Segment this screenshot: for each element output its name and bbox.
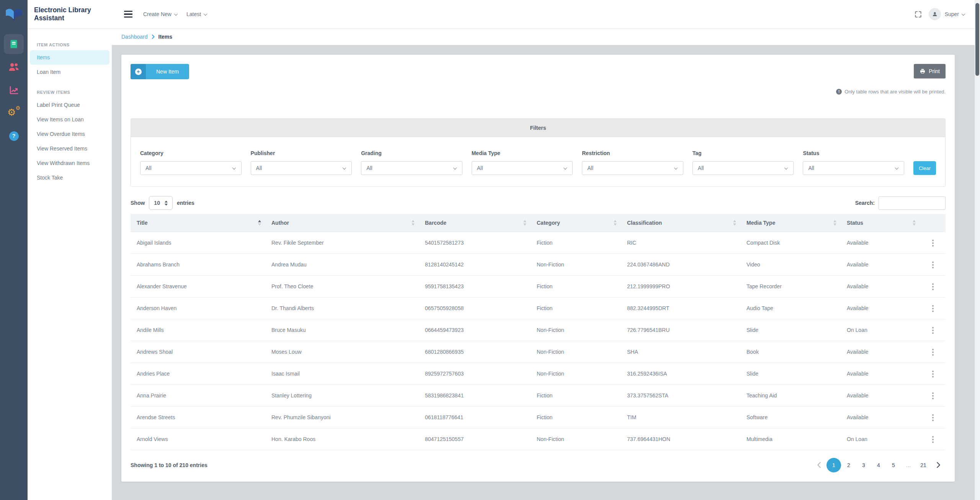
cell-author: Bruce Masuku — [265, 319, 419, 341]
page-2-button[interactable]: 2 — [841, 458, 856, 472]
row-actions-button[interactable] — [928, 259, 938, 271]
spinner-arrows-icon — [165, 201, 168, 206]
content-card: + New Item Print ! Only table rows that … — [121, 55, 955, 482]
filter-select-restriction[interactable]: All — [582, 161, 683, 175]
cell-category: Non-Fiction — [531, 363, 621, 384]
column-header-title[interactable]: Title — [131, 214, 265, 232]
sidebar-item-loan-item[interactable]: Loan Item — [30, 65, 109, 79]
cell-actions — [920, 319, 946, 341]
row-actions-button[interactable] — [928, 303, 938, 314]
page-3-button[interactable]: 3 — [856, 458, 871, 472]
sidebar-item-view-withdrawn-items[interactable]: View Withdrawn Items — [30, 156, 109, 170]
avatar[interactable] — [929, 8, 941, 20]
column-header-author[interactable]: Author — [265, 214, 419, 232]
column-header-media-type[interactable]: Media Type — [740, 214, 841, 232]
row-actions-button[interactable] — [928, 434, 938, 445]
filter-select-category[interactable]: All — [140, 161, 242, 175]
row-actions-button[interactable] — [928, 412, 938, 423]
table-row: Abrahams BranchAndrea Mudau8128140245142… — [131, 253, 946, 275]
cell-barcode: 0657505928058 — [419, 297, 531, 319]
breadcrumb-dashboard-link[interactable]: Dashboard — [121, 34, 148, 40]
filter-label: Status — [803, 150, 904, 156]
filter-select-tag[interactable]: All — [693, 161, 794, 175]
sidebar-item-view-items-on-loan[interactable]: View Items on Loan — [30, 112, 109, 127]
column-header-classification[interactable]: Classification — [621, 214, 740, 232]
sort-icons — [412, 220, 415, 225]
sort-desc-icon — [258, 223, 261, 225]
page-size-value: 10 — [154, 200, 160, 206]
search-input[interactable] — [879, 196, 946, 210]
page-scrollbar[interactable] — [975, 0, 980, 500]
print-label: Print — [929, 68, 940, 74]
rail-items-button[interactable] — [4, 34, 24, 54]
cell-status: On Loan — [841, 428, 920, 450]
column-label: Media Type — [746, 220, 775, 226]
sidebar-item-label-print-queue[interactable]: Label Print Queue — [30, 98, 109, 112]
sidebar-item-view-reserved-items[interactable]: View Reserved Items — [30, 141, 109, 156]
filter-field-media-type: Media TypeAll — [472, 150, 573, 175]
main-area: Dashboard Items + New Item Print ! O — [112, 29, 980, 500]
icon-rail: ⚙⚙ ? — [0, 0, 28, 500]
sidebar-item-view-overdue-items[interactable]: View Overdue Items — [30, 127, 109, 141]
sort-desc-icon — [614, 223, 617, 225]
chart-icon — [9, 85, 19, 95]
cell-classification: 737.6964431HON — [621, 428, 740, 450]
sidebar-menu: ITEM ACTIONSItemsLoan ItemREVIEW ITEMSLa… — [28, 29, 112, 500]
print-button[interactable]: Print — [914, 64, 946, 78]
sort-desc-icon — [833, 223, 836, 225]
cell-actions — [920, 406, 946, 428]
cell-status: Available — [841, 275, 920, 297]
page-5-button[interactable]: 5 — [886, 458, 901, 472]
table-controls: Show 10 entries Search: — [131, 196, 946, 210]
row-actions-button[interactable] — [928, 390, 938, 402]
row-actions-button[interactable] — [928, 237, 938, 249]
cell-status: Available — [841, 341, 920, 363]
rail-settings-button[interactable]: ⚙⚙ — [4, 103, 24, 123]
create-new-menu[interactable]: Create New — [143, 11, 177, 17]
rail-help-button[interactable]: ? — [4, 126, 24, 146]
prev-page-button[interactable] — [812, 458, 826, 472]
page-1-button[interactable]: 1 — [826, 458, 841, 472]
row-actions-button[interactable] — [928, 281, 938, 292]
sidebar-item-stock-take[interactable]: Stock Take — [30, 170, 109, 185]
sidebar-item-items[interactable]: Items — [30, 50, 109, 65]
column-header-status[interactable]: Status — [841, 214, 920, 232]
filter-label: Restriction — [582, 150, 683, 156]
filter-select-media-type[interactable]: All — [472, 161, 573, 175]
app-logo[interactable] — [5, 0, 23, 29]
filter-select-status[interactable]: All — [803, 161, 904, 175]
clear-filters-button[interactable]: Clear — [913, 161, 936, 175]
cell-author: Andrea Mudau — [265, 253, 419, 275]
rail-reports-button[interactable] — [4, 80, 24, 100]
column-header-barcode[interactable]: Barcode — [419, 214, 531, 232]
row-actions-button[interactable] — [928, 325, 938, 336]
row-actions-button[interactable] — [928, 346, 938, 358]
print-note: ! Only table rows that are visible will … — [131, 89, 946, 95]
row-actions-button[interactable] — [928, 368, 938, 380]
page-4-button[interactable]: 4 — [871, 458, 886, 472]
cell-actions — [920, 275, 946, 297]
cell-barcode: 0664459473923 — [419, 319, 531, 341]
cell-actions — [920, 428, 946, 450]
filter-field-status: StatusAll — [803, 150, 904, 175]
table-row: Andrews ShoalMoses Louw6801280866935Non-… — [131, 341, 946, 363]
filter-select-grading[interactable]: All — [361, 161, 462, 175]
cell-title: Arendse Streets — [131, 406, 265, 428]
cell-status: Available — [841, 406, 920, 428]
new-item-button[interactable]: + New Item — [131, 64, 189, 79]
next-page-button[interactable] — [931, 458, 946, 472]
filter-field-category: CategoryAll — [140, 150, 242, 175]
filter-select-publisher[interactable]: All — [251, 161, 352, 175]
page-21-button[interactable]: 21 — [916, 458, 931, 472]
page-size-select[interactable]: 10 — [149, 196, 173, 210]
user-menu[interactable]: Super — [945, 11, 965, 17]
chevron-down-icon — [343, 166, 346, 170]
fullscreen-button[interactable] — [913, 9, 923, 20]
rail-members-button[interactable] — [4, 57, 24, 77]
menu-toggle-button[interactable] — [122, 9, 134, 20]
cell-status: On Loan — [841, 319, 920, 341]
column-header-category[interactable]: Category — [531, 214, 621, 232]
latest-menu[interactable]: Latest — [186, 11, 207, 17]
scrollbar-thumb[interactable] — [975, 3, 979, 76]
chevron-down-icon — [895, 166, 898, 170]
